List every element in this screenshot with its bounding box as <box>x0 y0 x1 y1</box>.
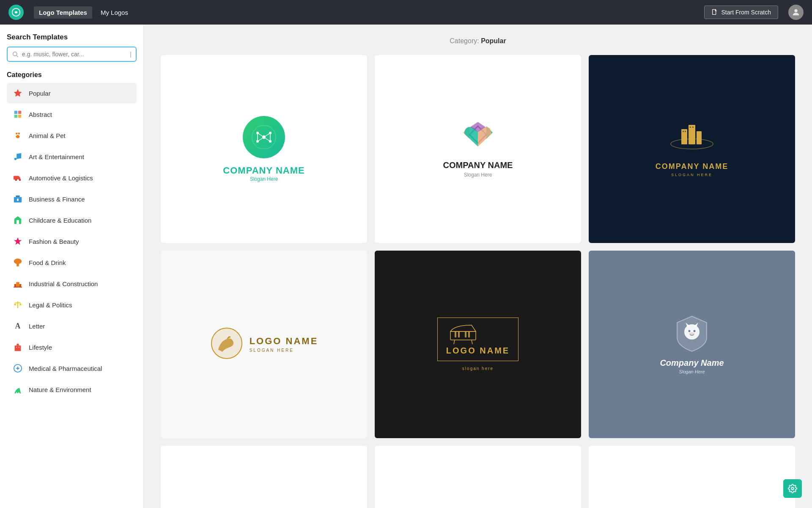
card-4-slogan: SLOGAN HERE <box>250 348 318 353</box>
lifestyle-label: Lifestyle <box>29 344 52 351</box>
svg-rect-18 <box>16 282 19 287</box>
card-1-company: COMPANY NAME <box>223 165 304 176</box>
cursor-indicator: | <box>130 51 132 58</box>
main-nav: Logo Templates My Logos <box>34 6 133 19</box>
art-entertainment-label: Art & Entertainment <box>29 153 84 160</box>
document-icon <box>711 9 718 16</box>
card-1-slogan: Slogan Here <box>250 176 278 182</box>
svg-rect-20 <box>19 284 22 287</box>
food-drink-icon <box>12 257 24 268</box>
sidebar-item-popular[interactable]: Popular <box>7 83 137 103</box>
svg-line-33 <box>258 133 264 137</box>
search-box: | <box>7 47 137 62</box>
card-2-company: COMPANY NAME <box>443 160 513 170</box>
sidebar-item-fashion-beauty[interactable]: Fashion & Beauty <box>7 231 137 251</box>
industrial-icon <box>12 278 24 290</box>
heart-icon <box>459 120 497 154</box>
letter-icon: A <box>12 320 24 332</box>
industrial-label: Industrial & Construction <box>29 280 98 287</box>
sidebar-item-industrial[interactable]: Industrial & Construction <box>7 273 137 294</box>
bird-hand-logo <box>210 326 244 362</box>
template-card-3[interactable]: COMPANY NAME SLOGAN HERE <box>589 55 795 243</box>
svg-rect-55 <box>458 331 460 337</box>
svg-rect-57 <box>468 331 470 337</box>
wolf-shield-logo <box>673 314 711 354</box>
template-card-4[interactable]: LOGO NAME SLOGAN HERE <box>161 251 367 439</box>
template-card-8[interactable] <box>375 446 581 508</box>
svg-point-63 <box>689 332 694 335</box>
svg-rect-5 <box>14 111 17 114</box>
medical-icon <box>12 362 24 374</box>
nav-my-logos[interactable]: My Logos <box>96 6 133 19</box>
category-name: Popular <box>481 37 506 44</box>
sidebar-item-abstract[interactable]: Abstract <box>7 104 137 124</box>
app-logo[interactable] <box>8 5 24 20</box>
svg-point-9 <box>16 133 18 135</box>
search-title: Search Templates <box>7 33 137 41</box>
svg-rect-15 <box>17 199 19 201</box>
wolf-shield-icon <box>673 314 711 352</box>
svg-line-34 <box>264 133 270 137</box>
svg-rect-6 <box>18 111 21 114</box>
sidebar-item-medical[interactable]: Medical & Pharmaceutical <box>7 358 137 378</box>
categories-title: Categories <box>7 71 137 79</box>
user-avatar[interactable] <box>788 5 804 20</box>
svg-marker-16 <box>14 237 22 245</box>
animal-pet-label: Animal & Pet <box>29 132 66 139</box>
settings-fab[interactable] <box>783 479 802 498</box>
sidebar-item-legal[interactable]: Legal & Politics <box>7 295 137 315</box>
card-3-company: COMPANY NAME <box>656 162 728 171</box>
avatar-icon <box>791 8 801 17</box>
circuit-logo-circle <box>243 116 285 158</box>
popular-label: Popular <box>29 90 51 97</box>
templates-grid: COMPANY NAME Slogan Here <box>161 55 795 508</box>
sidebar-item-letter[interactable]: A Letter <box>7 316 137 336</box>
sidebar-item-automotive[interactable]: Automotive & Logistics <box>7 168 137 188</box>
popular-icon <box>12 87 24 99</box>
sidebar-item-childcare-education[interactable]: Childcare & Education <box>7 210 137 230</box>
legal-label: Legal & Politics <box>29 301 72 309</box>
piano-logo-frame: LOGO NAME <box>437 318 518 361</box>
card-6-company: Company Name <box>660 358 724 368</box>
main-content: Category: Popular <box>144 25 812 508</box>
sidebar-item-nature[interactable]: Nature & Environment <box>7 379 137 400</box>
search-input[interactable] <box>22 51 126 58</box>
svg-rect-21 <box>14 287 22 287</box>
sidebar-item-animal-pet[interactable]: Animal & Pet <box>7 125 137 146</box>
svg-rect-17 <box>16 263 19 266</box>
svg-rect-19 <box>14 284 16 287</box>
svg-rect-48 <box>685 131 686 132</box>
sidebar-item-business-finance[interactable]: Business & Finance <box>7 189 137 209</box>
childcare-education-label: Childcare & Education <box>29 217 91 224</box>
svg-point-2 <box>794 9 797 12</box>
svg-rect-44 <box>681 129 687 144</box>
template-card-7[interactable] <box>161 446 367 508</box>
medical-label: Medical & Pharmaceutical <box>29 365 102 372</box>
animal-pet-icon <box>12 130 24 141</box>
start-from-scratch-button[interactable]: Start From Scratch <box>704 6 778 19</box>
business-finance-icon <box>12 193 24 205</box>
nature-label: Nature & Environment <box>29 386 91 393</box>
svg-rect-56 <box>465 331 466 337</box>
template-card-5[interactable]: LOGO NAME slogan here <box>375 251 581 439</box>
legal-icon <box>12 299 24 311</box>
sidebar-item-art-entertainment[interactable]: Art & Entertainment <box>7 146 137 167</box>
svg-point-11 <box>16 135 19 138</box>
sidebar-item-lifestyle[interactable]: Lifestyle <box>7 337 137 357</box>
svg-point-3 <box>13 52 17 56</box>
svg-rect-47 <box>683 131 684 132</box>
lifestyle-icon <box>12 341 24 353</box>
template-card-6[interactable]: Company Name Slogan Here <box>589 251 795 439</box>
template-card-1[interactable]: COMPANY NAME Slogan Here <box>161 55 367 243</box>
nav-logo-templates[interactable]: Logo Templates <box>34 6 92 19</box>
svg-line-35 <box>258 137 264 141</box>
sidebar-item-food-drink[interactable]: Food & Drink <box>7 252 137 273</box>
bird-hand-icon <box>210 326 244 360</box>
svg-line-59 <box>472 340 472 344</box>
settings-icon <box>788 484 797 493</box>
template-card-2[interactable]: COMPANY NAME Slogan Here <box>375 55 581 243</box>
card-5-slogan: slogan here <box>462 366 494 371</box>
template-card-9[interactable] <box>589 446 795 508</box>
card-5-company: LOGO NAME <box>446 346 510 356</box>
card-6-slogan: Slogan Here <box>679 369 705 374</box>
